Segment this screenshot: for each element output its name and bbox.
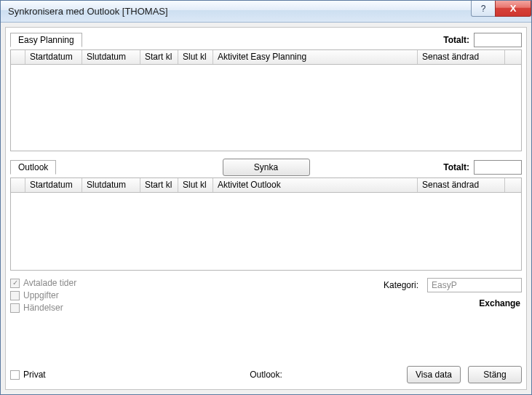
ep-grid-header: Startdatum Slutdatum Start kl Slut kl Ak…	[11, 50, 521, 65]
ep-col-senast[interactable]: Senast ändrad	[418, 50, 505, 64]
checkbox-icon	[10, 370, 20, 380]
synka-button[interactable]: Synka	[223, 159, 310, 176]
help-icon: ?	[481, 4, 486, 14]
ep-tab[interactable]: Easy Planning	[10, 33, 82, 47]
kategori-label: Kategori:	[384, 280, 418, 290]
ep-grid-body[interactable]	[11, 65, 521, 151]
ep-col-slutdatum[interactable]: Slutdatum	[82, 50, 140, 64]
window-title: Synkronisera med Outlook [THOMAS]	[8, 6, 168, 17]
outlook-status-label: Outlook:	[250, 370, 282, 380]
bottom-area: ✓ Avtalade tider Uppgifter Händelser Kat…	[10, 278, 522, 385]
ol-col-senast[interactable]: Senast ändrad	[418, 178, 505, 192]
ep-col-slutkl[interactable]: Slut kl	[178, 50, 213, 64]
bottom-row1: ✓ Avtalade tider Uppgifter Händelser Kat…	[10, 278, 522, 313]
ol-tab[interactable]: Outlook	[10, 160, 56, 175]
titlebar-controls: ? X	[472, 1, 531, 17]
exchange-label: Exchange	[479, 298, 520, 308]
ep-totalt-label: Totalt:	[443, 35, 469, 45]
ol-col-startkl[interactable]: Start kl	[140, 178, 178, 192]
client-area: Easy Planning Totalt: Startdatum Slutdat…	[5, 27, 527, 390]
check-privat[interactable]: Privat	[10, 370, 46, 380]
ep-col-tail[interactable]	[505, 50, 521, 64]
stang-button[interactable]: Stäng	[468, 366, 522, 383]
ol-col-slutdatum[interactable]: Slutdatum	[82, 178, 140, 192]
check-avtalade-label: Avtalade tider	[23, 278, 76, 288]
ol-grid-header: Startdatum Slutdatum Start kl Slut kl Ak…	[11, 178, 521, 193]
close-icon: X	[510, 3, 517, 14]
ol-col-aktivitet[interactable]: Aktivitet Outlook	[213, 178, 418, 192]
kategori-input[interactable]	[427, 278, 522, 292]
ep-col-startkl[interactable]: Start kl	[140, 50, 178, 64]
check-handelser[interactable]: Händelser	[10, 303, 76, 313]
ep-grid[interactable]: Startdatum Slutdatum Start kl Slut kl Ak…	[10, 49, 522, 151]
check-handelser-label: Händelser	[23, 303, 63, 313]
ol-col-tail[interactable]	[505, 178, 521, 192]
checks-group: ✓ Avtalade tider Uppgifter Händelser	[10, 278, 76, 313]
close-button[interactable]: X	[495, 1, 531, 17]
titlebar[interactable]: Synkronisera med Outlook [THOMAS] ? X	[1, 1, 531, 23]
privat-label: Privat	[23, 370, 46, 380]
visa-data-button[interactable]: Visa data	[407, 366, 461, 383]
ol-grid[interactable]: Startdatum Slutdatum Start kl Slut kl Ak…	[10, 177, 522, 271]
checkbox-icon	[10, 291, 20, 300]
ep-col-selector[interactable]	[11, 50, 25, 64]
kategori-area: Kategori:	[384, 278, 522, 292]
ep-section-header: Easy Planning Totalt:	[10, 32, 522, 48]
check-uppgifter[interactable]: Uppgifter	[10, 290, 76, 300]
ol-col-startdatum[interactable]: Startdatum	[25, 178, 82, 192]
ep-col-aktivitet[interactable]: Aktivitet Easy Planning	[213, 50, 418, 64]
check-avtalade[interactable]: ✓ Avtalade tider	[10, 278, 76, 288]
window: Synkronisera med Outlook [THOMAS] ? X Ea…	[0, 0, 532, 395]
ol-col-slutkl[interactable]: Slut kl	[178, 178, 213, 192]
checkbox-icon	[10, 303, 20, 313]
ol-totalt-value	[474, 160, 522, 175]
mid-row: Outlook Synka Totalt:	[10, 159, 522, 176]
footer-buttons: Visa data Stäng	[407, 366, 522, 383]
ol-col-selector[interactable]	[11, 178, 25, 192]
ep-totalt-value	[474, 33, 522, 47]
ep-col-startdatum[interactable]: Startdatum	[25, 50, 82, 64]
check-uppgifter-label: Uppgifter	[23, 290, 59, 300]
ol-totalt-label: Totalt:	[443, 162, 469, 172]
footer-row: Privat Outlook: Visa data Stäng	[10, 364, 522, 385]
ol-grid-body[interactable]	[11, 193, 521, 270]
help-button[interactable]: ?	[471, 1, 496, 17]
checkbox-icon: ✓	[10, 279, 20, 288]
